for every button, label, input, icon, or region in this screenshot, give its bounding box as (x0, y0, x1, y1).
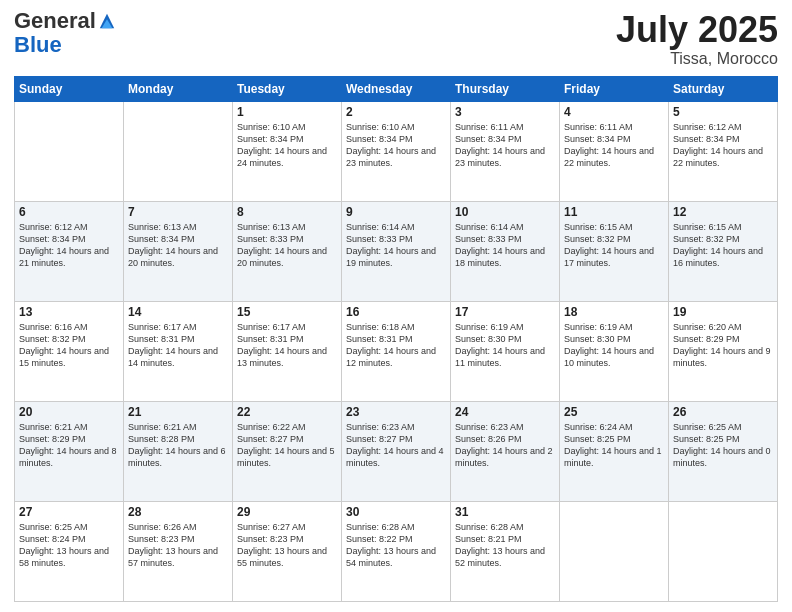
day-info: Sunrise: 6:13 AMSunset: 8:34 PMDaylight:… (128, 221, 228, 270)
calendar-cell: 18Sunrise: 6:19 AMSunset: 8:30 PMDayligh… (560, 301, 669, 401)
day-info: Sunrise: 6:17 AMSunset: 8:31 PMDaylight:… (237, 321, 337, 370)
calendar-cell: 23Sunrise: 6:23 AMSunset: 8:27 PMDayligh… (342, 401, 451, 501)
day-info: Sunrise: 6:24 AMSunset: 8:25 PMDaylight:… (564, 421, 664, 470)
calendar-cell (124, 101, 233, 201)
day-info: Sunrise: 6:11 AMSunset: 8:34 PMDaylight:… (564, 121, 664, 170)
location: Tissa, Morocco (616, 50, 778, 68)
day-number: 10 (455, 205, 555, 219)
calendar-cell: 16Sunrise: 6:18 AMSunset: 8:31 PMDayligh… (342, 301, 451, 401)
calendar-cell: 21Sunrise: 6:21 AMSunset: 8:28 PMDayligh… (124, 401, 233, 501)
day-info: Sunrise: 6:23 AMSunset: 8:26 PMDaylight:… (455, 421, 555, 470)
calendar-cell: 13Sunrise: 6:16 AMSunset: 8:32 PMDayligh… (15, 301, 124, 401)
calendar-cell: 5Sunrise: 6:12 AMSunset: 8:34 PMDaylight… (669, 101, 778, 201)
weekday-header-friday: Friday (560, 76, 669, 101)
calendar-cell (560, 501, 669, 601)
day-number: 13 (19, 305, 119, 319)
calendar-cell: 3Sunrise: 6:11 AMSunset: 8:34 PMDaylight… (451, 101, 560, 201)
day-info: Sunrise: 6:12 AMSunset: 8:34 PMDaylight:… (19, 221, 119, 270)
day-number: 17 (455, 305, 555, 319)
calendar-table: SundayMondayTuesdayWednesdayThursdayFrid… (14, 76, 778, 602)
calendar-cell: 30Sunrise: 6:28 AMSunset: 8:22 PMDayligh… (342, 501, 451, 601)
day-info: Sunrise: 6:20 AMSunset: 8:29 PMDaylight:… (673, 321, 773, 370)
weekday-header-wednesday: Wednesday (342, 76, 451, 101)
calendar-week-row: 27Sunrise: 6:25 AMSunset: 8:24 PMDayligh… (15, 501, 778, 601)
calendar-week-row: 1Sunrise: 6:10 AMSunset: 8:34 PMDaylight… (15, 101, 778, 201)
calendar-cell: 31Sunrise: 6:28 AMSunset: 8:21 PMDayligh… (451, 501, 560, 601)
logo-general-text: General (14, 10, 96, 32)
calendar-cell: 22Sunrise: 6:22 AMSunset: 8:27 PMDayligh… (233, 401, 342, 501)
calendar-week-row: 20Sunrise: 6:21 AMSunset: 8:29 PMDayligh… (15, 401, 778, 501)
calendar-cell: 9Sunrise: 6:14 AMSunset: 8:33 PMDaylight… (342, 201, 451, 301)
calendar-cell: 8Sunrise: 6:13 AMSunset: 8:33 PMDaylight… (233, 201, 342, 301)
logo-icon (98, 12, 116, 30)
day-number: 1 (237, 105, 337, 119)
day-info: Sunrise: 6:27 AMSunset: 8:23 PMDaylight:… (237, 521, 337, 570)
calendar-cell: 14Sunrise: 6:17 AMSunset: 8:31 PMDayligh… (124, 301, 233, 401)
day-info: Sunrise: 6:17 AMSunset: 8:31 PMDaylight:… (128, 321, 228, 370)
day-info: Sunrise: 6:13 AMSunset: 8:33 PMDaylight:… (237, 221, 337, 270)
day-number: 26 (673, 405, 773, 419)
weekday-header-saturday: Saturday (669, 76, 778, 101)
day-number: 5 (673, 105, 773, 119)
day-number: 27 (19, 505, 119, 519)
day-info: Sunrise: 6:11 AMSunset: 8:34 PMDaylight:… (455, 121, 555, 170)
day-number: 14 (128, 305, 228, 319)
calendar-cell (15, 101, 124, 201)
day-number: 28 (128, 505, 228, 519)
calendar-cell: 11Sunrise: 6:15 AMSunset: 8:32 PMDayligh… (560, 201, 669, 301)
day-number: 3 (455, 105, 555, 119)
day-info: Sunrise: 6:25 AMSunset: 8:25 PMDaylight:… (673, 421, 773, 470)
day-info: Sunrise: 6:12 AMSunset: 8:34 PMDaylight:… (673, 121, 773, 170)
calendar-cell: 24Sunrise: 6:23 AMSunset: 8:26 PMDayligh… (451, 401, 560, 501)
weekday-header-thursday: Thursday (451, 76, 560, 101)
day-info: Sunrise: 6:22 AMSunset: 8:27 PMDaylight:… (237, 421, 337, 470)
day-number: 25 (564, 405, 664, 419)
calendar-week-row: 13Sunrise: 6:16 AMSunset: 8:32 PMDayligh… (15, 301, 778, 401)
calendar-cell: 7Sunrise: 6:13 AMSunset: 8:34 PMDaylight… (124, 201, 233, 301)
day-info: Sunrise: 6:21 AMSunset: 8:28 PMDaylight:… (128, 421, 228, 470)
title-block: July 2025 Tissa, Morocco (616, 10, 778, 68)
calendar-cell: 4Sunrise: 6:11 AMSunset: 8:34 PMDaylight… (560, 101, 669, 201)
calendar-cell: 6Sunrise: 6:12 AMSunset: 8:34 PMDaylight… (15, 201, 124, 301)
day-number: 20 (19, 405, 119, 419)
day-info: Sunrise: 6:23 AMSunset: 8:27 PMDaylight:… (346, 421, 446, 470)
calendar-cell: 29Sunrise: 6:27 AMSunset: 8:23 PMDayligh… (233, 501, 342, 601)
day-number: 15 (237, 305, 337, 319)
logo-text: General (14, 10, 116, 32)
weekday-header-row: SundayMondayTuesdayWednesdayThursdayFrid… (15, 76, 778, 101)
day-number: 12 (673, 205, 773, 219)
day-info: Sunrise: 6:10 AMSunset: 8:34 PMDaylight:… (237, 121, 337, 170)
day-info: Sunrise: 6:10 AMSunset: 8:34 PMDaylight:… (346, 121, 446, 170)
weekday-header-sunday: Sunday (15, 76, 124, 101)
logo: General Blue (14, 10, 116, 58)
day-info: Sunrise: 6:19 AMSunset: 8:30 PMDaylight:… (564, 321, 664, 370)
calendar-cell: 20Sunrise: 6:21 AMSunset: 8:29 PMDayligh… (15, 401, 124, 501)
day-info: Sunrise: 6:28 AMSunset: 8:21 PMDaylight:… (455, 521, 555, 570)
day-number: 8 (237, 205, 337, 219)
day-info: Sunrise: 6:16 AMSunset: 8:32 PMDaylight:… (19, 321, 119, 370)
calendar-cell: 28Sunrise: 6:26 AMSunset: 8:23 PMDayligh… (124, 501, 233, 601)
calendar-cell: 10Sunrise: 6:14 AMSunset: 8:33 PMDayligh… (451, 201, 560, 301)
day-info: Sunrise: 6:21 AMSunset: 8:29 PMDaylight:… (19, 421, 119, 470)
day-number: 18 (564, 305, 664, 319)
day-number: 11 (564, 205, 664, 219)
day-number: 9 (346, 205, 446, 219)
calendar-cell: 12Sunrise: 6:15 AMSunset: 8:32 PMDayligh… (669, 201, 778, 301)
calendar-week-row: 6Sunrise: 6:12 AMSunset: 8:34 PMDaylight… (15, 201, 778, 301)
page: General Blue July 2025 Tissa, Morocco Su… (0, 0, 792, 612)
calendar-cell: 1Sunrise: 6:10 AMSunset: 8:34 PMDaylight… (233, 101, 342, 201)
calendar-cell: 27Sunrise: 6:25 AMSunset: 8:24 PMDayligh… (15, 501, 124, 601)
weekday-header-tuesday: Tuesday (233, 76, 342, 101)
day-number: 16 (346, 305, 446, 319)
day-info: Sunrise: 6:26 AMSunset: 8:23 PMDaylight:… (128, 521, 228, 570)
calendar-cell (669, 501, 778, 601)
calendar-cell: 2Sunrise: 6:10 AMSunset: 8:34 PMDaylight… (342, 101, 451, 201)
day-number: 4 (564, 105, 664, 119)
day-number: 7 (128, 205, 228, 219)
day-number: 23 (346, 405, 446, 419)
day-info: Sunrise: 6:28 AMSunset: 8:22 PMDaylight:… (346, 521, 446, 570)
day-info: Sunrise: 6:19 AMSunset: 8:30 PMDaylight:… (455, 321, 555, 370)
calendar-cell: 17Sunrise: 6:19 AMSunset: 8:30 PMDayligh… (451, 301, 560, 401)
month-title: July 2025 (616, 10, 778, 50)
day-info: Sunrise: 6:25 AMSunset: 8:24 PMDaylight:… (19, 521, 119, 570)
